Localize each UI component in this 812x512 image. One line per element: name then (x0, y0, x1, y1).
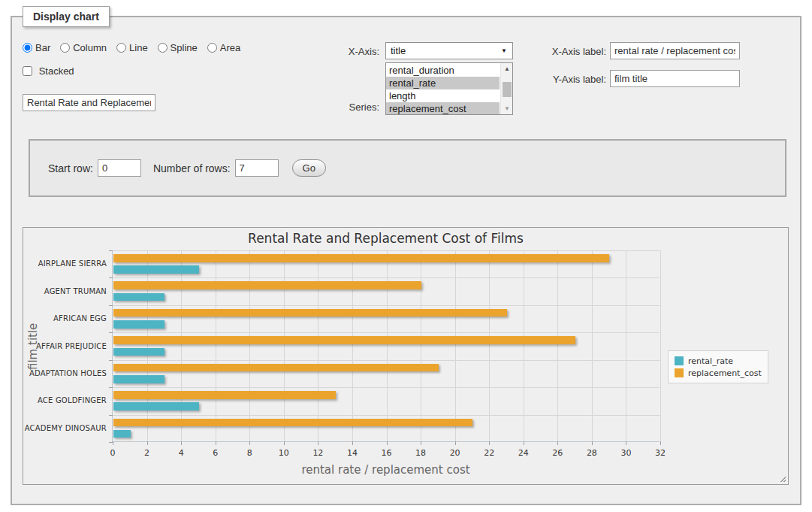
category-label: ACADEMY DINOSAUR (24, 424, 107, 432)
x-tick (660, 441, 661, 445)
x-tick (455, 441, 456, 445)
series-option-replacement_cost[interactable]: replacement_cost (386, 102, 500, 115)
bar-replacement_cost[interactable] (113, 309, 507, 317)
legend-item-rental_rate[interactable]: rental_rate (675, 355, 762, 367)
x-gridline (147, 250, 148, 441)
chart-container: Rental Rate and Replacement Cost of Film… (23, 227, 789, 485)
legend-item-replacement_cost[interactable]: replacement_cost (675, 367, 762, 379)
x-tick-label: 16 (372, 448, 402, 458)
x-axis-select-label: X-Axis: (303, 46, 379, 57)
number-of-rows-input[interactable] (235, 159, 279, 177)
scrollbar-thumb[interactable] (503, 82, 512, 97)
bar-replacement_cost[interactable] (113, 336, 575, 344)
bar-replacement_cost[interactable] (113, 281, 421, 289)
category-label: AIRPLANE SIERRA (24, 259, 107, 268)
series-option-length[interactable]: length (386, 89, 500, 102)
stacked-checkbox-row[interactable]: Stacked (23, 65, 74, 77)
x-gridline (181, 250, 182, 441)
legend-swatch-icon (675, 356, 684, 365)
y-tick (109, 415, 113, 416)
go-button[interactable]: Go (292, 159, 326, 177)
chart-type-radio-column[interactable] (60, 43, 70, 53)
x-tick (284, 441, 285, 445)
chart-legend: rental_ratereplacement_cost (668, 350, 768, 383)
x-gridline (592, 250, 593, 441)
y-gridline (113, 277, 660, 278)
chart-type-radio-label: Area (220, 42, 240, 53)
x-gridline (626, 250, 626, 441)
y-tick (109, 332, 113, 333)
x-tick (249, 441, 250, 445)
category-label: ADAPTATION HOLES (24, 369, 107, 377)
chart-title: Rental Rate and Replacement Cost of Film… (112, 231, 660, 246)
bar-rental_rate[interactable] (113, 293, 165, 301)
bar-rental_rate[interactable] (113, 430, 131, 438)
stacked-checkbox[interactable] (23, 66, 32, 76)
series-list-label: Series: (303, 101, 379, 113)
x-gridline (421, 250, 421, 441)
bar-rental_rate[interactable] (113, 375, 165, 383)
x-tick (352, 441, 353, 445)
display-chart-panel: Display chart BarColumnLineSplineArea St… (11, 16, 801, 505)
series-list-scrollbar[interactable]: ▲ ▼ (500, 63, 512, 114)
bar-replacement_cost[interactable] (113, 391, 336, 399)
legend-swatch-icon (675, 368, 684, 377)
plot-area: 02468101214161820222426283032AIRPLANE SI… (112, 250, 660, 442)
chart-type-radio-label: Line (129, 42, 148, 53)
category-label: AFFAIR PREJUDICE (24, 342, 107, 350)
series-list-items: rental_durationrental_ratelengthreplacem… (386, 64, 500, 115)
y-gridline (113, 332, 660, 333)
series-option-rental_duration[interactable]: rental_duration (386, 64, 500, 77)
series-option-rental_rate[interactable]: rental_rate (386, 77, 500, 89)
bar-replacement_cost[interactable] (113, 419, 472, 427)
x-gridline (524, 250, 524, 441)
category-label: AFRICAN EGG (24, 314, 107, 323)
x-gridline (352, 250, 353, 441)
y-gridline (113, 305, 660, 306)
chart-type-radio-area[interactable] (207, 43, 217, 53)
chart-title-input[interactable] (23, 94, 155, 111)
stacked-label: Stacked (39, 65, 74, 77)
x-axis-select[interactable]: title ▼ (385, 42, 513, 59)
x-tick (421, 441, 421, 445)
x-gridline (284, 250, 285, 441)
bar-replacement_cost[interactable] (113, 364, 439, 372)
series-listbox[interactable]: rental_durationrental_ratelengthreplacem… (385, 62, 513, 115)
x-tick-label: 20 (440, 448, 470, 458)
x-tick (387, 441, 388, 445)
chart-type-radio-spline[interactable] (158, 43, 168, 53)
chart-type-radio-line[interactable] (116, 43, 126, 53)
start-row-label: Start row: (48, 162, 93, 174)
rows-panel: Start row: Number of rows: Go (29, 139, 786, 197)
chart-type-radio-bar[interactable] (23, 43, 32, 53)
x-gridline (216, 250, 216, 441)
x-tick-label: 14 (337, 448, 367, 458)
y-axis-label-input[interactable] (610, 70, 740, 87)
x-axis-label-input[interactable] (610, 42, 740, 59)
x-tick-label: 32 (645, 448, 675, 458)
x-tick (592, 441, 593, 445)
resize-grip-icon[interactable] (778, 474, 786, 482)
scroll-down-icon[interactable]: ▼ (501, 103, 513, 114)
x-tick (318, 441, 318, 445)
chart-type-option-column[interactable]: Column (60, 42, 107, 53)
bar-rental_rate[interactable] (113, 320, 165, 329)
chart-type-option-line[interactable]: Line (116, 42, 148, 53)
scroll-up-icon[interactable]: ▲ (501, 63, 513, 74)
y-tick (109, 277, 113, 278)
bar-rental_rate[interactable] (113, 265, 199, 274)
chart-type-option-spline[interactable]: Spline (158, 42, 198, 53)
chart-type-radio-group: BarColumnLineSplineArea (23, 42, 250, 53)
bar-replacement_cost[interactable] (113, 254, 609, 262)
x-tick (216, 441, 216, 445)
x-tick-label: 10 (269, 448, 299, 458)
chart-type-option-bar[interactable]: Bar (23, 42, 50, 53)
start-row-input[interactable] (98, 159, 141, 177)
bar-rental_rate[interactable] (113, 402, 199, 411)
y-tick (109, 250, 113, 251)
x-tick-label: 24 (509, 448, 539, 458)
x-gridline (660, 250, 661, 441)
bar-rental_rate[interactable] (113, 348, 165, 356)
chart-type-option-area[interactable]: Area (207, 42, 240, 53)
x-tick-label: 2 (132, 448, 162, 458)
